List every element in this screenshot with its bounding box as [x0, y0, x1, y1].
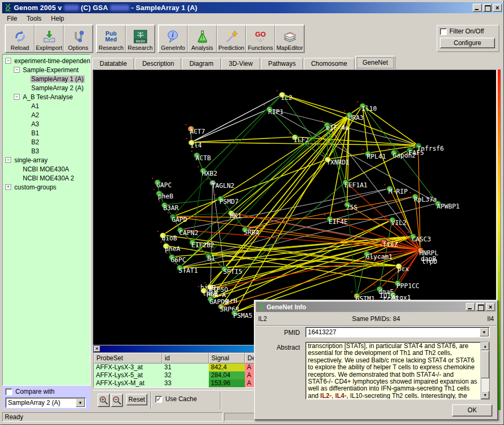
compare-checkbox[interactable] [5, 388, 12, 395]
collapse-icon[interactable]: − [5, 157, 11, 163]
options-icon [72, 29, 85, 45]
toolbar-button-label: Research [99, 45, 123, 51]
abstract-scrollbar[interactable]: ▲ ▼ [481, 342, 490, 400]
toolbar-button-label: ExpImport [36, 45, 62, 51]
tree-item-ncbi-moe430a[interactable]: NCBI MOE430A [4, 164, 90, 174]
filter-checkbox[interactable] [440, 28, 447, 35]
research-button[interactable]: MeSHResearch [126, 25, 155, 53]
gene-label-apwbp1: APWBP1 [437, 203, 459, 210]
probe-table-titlebar: × [93, 345, 258, 352]
zoom-in-button[interactable] [98, 394, 110, 407]
analysis-button[interactable]: Analysis [188, 25, 217, 53]
abstract-text[interactable]: transcription [STATs], in particular STA… [305, 342, 481, 400]
tree-item-a2[interactable]: A2 [4, 110, 90, 119]
title-bar[interactable]: Genom 2005 v(C) GSA- SampleArray 1 (A) × [2, 2, 503, 13]
table-row[interactable]: AFFX-LysX-M_at33153,96A [94, 379, 258, 387]
geneinfo-button[interactable]: iGeneInfo [158, 25, 188, 53]
genenet-info-titlebar[interactable]: GeneNet Info × [256, 302, 496, 312]
tab-datatable[interactable]: Datatable [92, 58, 134, 70]
filter-groupbox: Filter On/Off Configure [437, 25, 499, 52]
toolbar-button-label: MapEditor [276, 45, 303, 51]
gene-label-eef1a1: EEF1A1 [344, 182, 367, 188]
maximize-button[interactable] [483, 4, 492, 12]
tree-item-b1[interactable]: B1 [4, 128, 90, 137]
tab-3d-view[interactable]: 3D-View [222, 58, 260, 70]
tree-item-a1[interactable]: A1 [4, 101, 90, 110]
tree-item-b3[interactable]: B3 [4, 146, 90, 155]
reset-button[interactable]: Reset [126, 394, 147, 405]
tree-item-single-array[interactable]: −single-array [4, 155, 90, 164]
minimize-button[interactable] [466, 303, 475, 311]
use-cache-checkbox[interactable]: ✓ [155, 396, 162, 403]
close-button[interactable]: × [493, 4, 502, 12]
ok-button[interactable]: OK [452, 404, 492, 417]
toolbar: ReloadExpImportOptionsPubMedResearchMeSH… [2, 24, 503, 54]
menu-item-help[interactable]: Help [46, 14, 69, 23]
reload-button[interactable]: Reload [5, 25, 34, 53]
expimport-button[interactable]: ExpImport [34, 25, 64, 53]
edge-apwbp1-stat1 [180, 203, 438, 267]
prediction-button[interactable]: Prediction [217, 25, 246, 53]
pubmed-icon: PubMed [105, 29, 117, 45]
tree-item-a-b-test-analyse[interactable]: −A_B Test-Analyse [4, 92, 90, 101]
pmid-select[interactable]: 16413227 ▼ [305, 327, 490, 337]
compare-array-select[interactable]: SampleArray 2 (A) ▼ [5, 397, 86, 408]
tree-item-sample-experiment[interactable]: −Sample-Experiment [4, 65, 90, 74]
redacted-year [110, 5, 129, 11]
tab-chomosome[interactable]: Chomosome [304, 58, 355, 70]
pmid-label: PMID [269, 329, 300, 336]
filter-label: Filter On/Off [449, 28, 484, 35]
table-row[interactable]: AFFX-LysX-3_at31842,4A [94, 363, 258, 371]
gene-label-pcx: pcx [397, 266, 409, 272]
menu-bar: FileToolsHelp [2, 13, 503, 24]
chevron-down-icon[interactable]: ▼ [76, 398, 85, 407]
options-button[interactable]: Options [64, 25, 93, 53]
tree-item-custom-groups[interactable]: +custom-groups [4, 183, 90, 192]
tab-genenet[interactable]: GeneNet [355, 56, 395, 70]
table-header-row: ProbeSetidSignalDe [94, 353, 258, 363]
column-header-signal[interactable]: Signal [209, 353, 245, 363]
scroll-up-icon[interactable]: ▲ [481, 342, 489, 350]
tree-item-samplearray-2-a-[interactable]: SampleArray 2 (A) [4, 83, 90, 92]
column-header-id[interactable]: id [162, 353, 209, 363]
column-header-probeset[interactable]: ProbeSet [94, 353, 162, 363]
tree-item-samplearray-1-a-[interactable]: SampleArray 1 (A) [4, 74, 90, 83]
collapse-icon[interactable]: − [5, 58, 11, 64]
abstract-label: Abstract [268, 344, 300, 351]
tab-description[interactable]: Description [135, 58, 181, 70]
maximize-button[interactable] [476, 303, 485, 311]
zoom-out-button[interactable] [111, 394, 123, 407]
functions-button[interactable]: GOFunctions [246, 25, 275, 53]
menu-item-tools[interactable]: Tools [22, 14, 46, 23]
collapse-icon[interactable]: − [14, 67, 20, 73]
minimize-button[interactable] [473, 4, 482, 12]
gene-label-faf5: FAF5 [409, 150, 424, 156]
table-row[interactable]: AFFX-LysX-5_at32284,04A [94, 371, 258, 379]
tab-pathways[interactable]: Pathways [261, 58, 303, 70]
tree-item-b2[interactable]: B2 [4, 137, 90, 146]
close-icon[interactable]: × [94, 346, 100, 352]
research-button[interactable]: PubMedResearch [96, 25, 126, 53]
mapeditor-button[interactable]: MapEditor [275, 25, 304, 53]
menu-item-file[interactable]: File [2, 14, 22, 23]
tab-diagram[interactable]: Diagram [182, 58, 220, 70]
view-tabs: DatatableDescriptionDiagram3D-ViewPathwa… [92, 55, 497, 70]
toolbar-button-label: Research [128, 45, 153, 51]
gene-label-actb: ACTB [196, 155, 211, 161]
tree-item-label: A1 [30, 102, 40, 110]
gene-label-gapc: GAPC [156, 182, 172, 188]
gene-label-act7: ACT7 [190, 128, 205, 135]
collapse-icon[interactable]: − [14, 94, 20, 100]
scroll-down-icon[interactable]: ▼ [481, 391, 489, 399]
expand-icon[interactable]: + [5, 184, 11, 190]
tree-item-experiment-time-dependent[interactable]: −experiment-time-dependent [4, 56, 90, 65]
scrollbar-thumb[interactable] [481, 351, 489, 378]
configure-button[interactable]: Configure [440, 38, 495, 48]
chevron-down-icon[interactable]: ▼ [480, 328, 489, 336]
gene-label-biob: bioB [162, 235, 177, 241]
same-pmids-count: Same PMIDs: 84 [256, 315, 496, 323]
gene-label-il2: IL2 [281, 94, 293, 101]
tree-item-ncbi-moe430a-2[interactable]: NCBI MOE430A 2 [4, 174, 90, 183]
close-icon[interactable]: × [486, 303, 495, 311]
tree-item-a3[interactable]: A3 [4, 119, 90, 128]
